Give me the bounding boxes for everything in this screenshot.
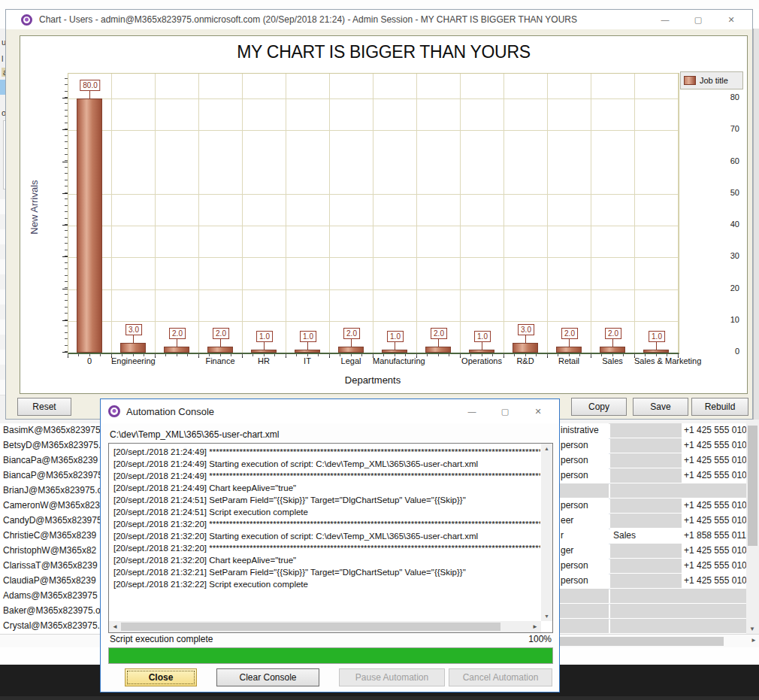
bar-slot: 2.0 <box>156 74 199 353</box>
cell-phone: +1 425 555 010 <box>682 453 746 468</box>
cell-email: ChristophW@M365x82 <box>0 544 103 558</box>
bar-label-stem <box>264 342 265 350</box>
bar-label-stem <box>482 342 482 350</box>
bar-label-stem <box>525 335 526 343</box>
minimize-button[interactable]: — <box>649 10 682 29</box>
bar-value-label: 1.0 <box>256 331 273 342</box>
console-maximize-button[interactable]: ▢ <box>488 402 522 421</box>
log-vertical-scrollbar[interactable]: ▲ ▼ <box>541 444 552 621</box>
bar-label-stem <box>220 339 221 347</box>
cell-job-text: person <box>561 574 588 588</box>
scroll-up-icon[interactable]: ▲ <box>544 446 549 451</box>
x-tick-label: Sales & Marketing <box>634 356 678 365</box>
rebuild-button[interactable]: Rebuild <box>691 398 748 416</box>
x-tick-label: HR <box>242 356 286 365</box>
scroll-right-icon[interactable]: ► <box>751 637 757 644</box>
console-close-button[interactable]: ✕ <box>522 402 555 421</box>
vscroll-thumb[interactable] <box>748 426 757 546</box>
save-button[interactable]: Save <box>633 398 688 416</box>
bar <box>600 347 625 353</box>
bar-slot: 2.0 <box>199 74 243 353</box>
cell-department <box>610 589 683 603</box>
close-button[interactable]: Close <box>125 668 197 686</box>
bar <box>513 343 538 353</box>
cell-department <box>610 544 683 558</box>
cell-phone <box>682 589 746 603</box>
console-log-line: [20/sept./2018 21:24:49] ***************… <box>113 446 540 458</box>
table-vertical-scrollbar[interactable]: ▼ <box>746 420 759 634</box>
cell-email: BasimK@M365x823975 <box>0 423 103 438</box>
cell-email: Crystal@M365x823975. <box>0 619 103 633</box>
console-titlebar[interactable]: Automation Console — ▢ ✕ <box>101 399 559 423</box>
bar-value-label: 3.0 <box>518 324 534 335</box>
bar <box>556 347 582 353</box>
cell-department <box>610 514 683 528</box>
y-tick-mark <box>62 352 68 353</box>
maximize-button[interactable]: ▢ <box>682 10 715 29</box>
console-log-line: [20/sept./2018 21:24:51] Script executio… <box>113 506 540 518</box>
log-horizontal-scrollbar[interactable]: ◄ ► <box>109 621 541 632</box>
screen: upl caolo BasimK@M365x823975inistrative+… <box>0 0 759 700</box>
y-tick-mark <box>62 289 68 289</box>
bar-label-stem <box>307 342 308 350</box>
cell-department <box>610 559 683 573</box>
cell-email: CameronW@M365x823 <box>0 498 103 513</box>
cell-phone: +1 425 555 010 <box>682 423 746 438</box>
y-tick-label: 80 <box>717 92 739 102</box>
clear-console-button[interactable]: Clear Console <box>216 668 319 686</box>
bar <box>295 350 320 353</box>
y-tick-label: 40 <box>717 220 739 229</box>
cell-email: ChristieC@M365x8239 <box>0 529 103 543</box>
console-log-line: [20/sept./2018 21:32:20] Chart keepAlive… <box>113 554 540 566</box>
pause-automation-button[interactable]: Pause Automation <box>339 668 445 686</box>
scroll-down-icon[interactable]: ▼ <box>749 626 755 632</box>
console-log[interactable]: [20/sept./2018 21:24:49] ***************… <box>113 446 540 620</box>
cell-job-text: ger <box>561 544 573 558</box>
cancel-automation-button[interactable]: Cancel Automation <box>449 668 552 686</box>
copy-button[interactable]: Copy <box>571 398 627 416</box>
cell-phone <box>682 483 746 498</box>
x-tick-label: Manufacturing <box>373 356 416 365</box>
y-tick-label: 20 <box>717 283 739 292</box>
bar-slot: 80.0 <box>68 74 112 353</box>
bar <box>643 350 669 353</box>
chart-canvas: MY CHART IS BIGGER THAN YOURS New Arriva… <box>20 35 748 394</box>
close-window-button[interactable]: ✕ <box>715 10 748 29</box>
y-axis-label: New Arrivals <box>29 162 40 253</box>
x-tick-label: R&D <box>503 356 547 365</box>
cell-department <box>610 498 683 513</box>
scroll-left-icon[interactable]: ◄ <box>112 623 118 630</box>
chart-window-titlebar[interactable]: Chart - Users - admin@M365x823975.onmicr… <box>6 10 752 29</box>
cell-email: BetsyD@M365x823975. <box>0 438 103 453</box>
console-log-line: [20/sept./2018 21:24:49] Chart keepAlive… <box>113 482 540 494</box>
cell-email: ClaudiaP@M365x8239 <box>0 574 103 588</box>
bar-slot: 1.0 <box>373 74 417 353</box>
cell-phone: +1 425 555 010 <box>682 574 746 588</box>
cell-phone <box>682 604 746 618</box>
x-tick-label: IT <box>286 356 329 365</box>
cell-email: Adams@M365x823975 <box>0 589 103 603</box>
y-tick-mark <box>62 320 68 321</box>
y-tick-mark <box>62 129 68 130</box>
cell-job-text: person <box>561 498 588 513</box>
bar-label-stem <box>656 342 657 350</box>
reset-button[interactable]: Reset <box>17 398 71 416</box>
cell-phone <box>682 619 746 633</box>
bar-value-label: 2.0 <box>605 328 621 339</box>
app-icon <box>108 405 120 417</box>
cell-department <box>610 423 683 438</box>
background-window-right-strip <box>753 29 759 420</box>
x-tick-label: Finance <box>198 356 242 365</box>
scroll-down-icon[interactable]: ▼ <box>544 614 549 619</box>
bar-value-label: 2.0 <box>561 328 578 339</box>
log-hscroll-thumb[interactable] <box>121 623 500 631</box>
y-tick-label: 10 <box>717 315 739 324</box>
cell-email: BrianJ@M365x823975.o <box>0 483 103 498</box>
console-minimize-button[interactable]: — <box>455 402 488 421</box>
console-log-line: [20/sept./2018 21:32:20] Starting execut… <box>113 530 540 542</box>
scroll-right-icon[interactable]: ► <box>532 623 538 630</box>
bar-value-label: 1.0 <box>649 331 665 342</box>
cell-phone: +1 425 555 010 <box>682 559 746 573</box>
console-log-line: [20/sept./2018 21:32:20] ***************… <box>113 518 540 530</box>
y-tick-mark <box>62 193 68 194</box>
